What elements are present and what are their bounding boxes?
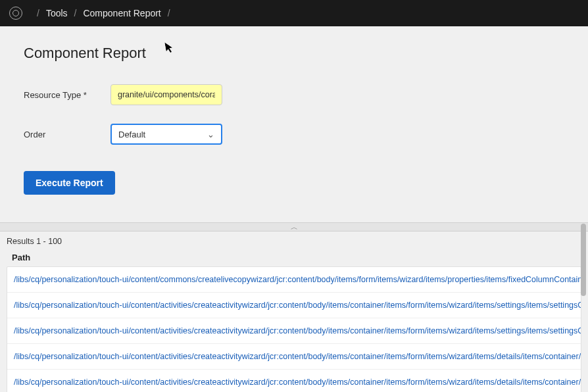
form-panel: Component Report Resource Type * Order D… [0, 26, 588, 208]
table-row[interactable]: /libs/cq/personalization/touch-ui/conten… [7, 318, 581, 344]
resource-type-input[interactable] [110, 84, 222, 105]
order-select-value: Default [118, 130, 145, 139]
top-bar: / Tools / Component Report / [0, 0, 588, 26]
table-row[interactable]: /libs/cq/personalization/touch-ui/conten… [7, 370, 581, 392]
column-header-path[interactable]: Path [7, 250, 581, 266]
page-title: Component Report [24, 45, 564, 62]
results-panel: Results 1 - 100 Path /libs/cq/personaliz… [0, 232, 588, 392]
label-resource-type: Resource Type * [24, 90, 110, 100]
breadcrumb-tools[interactable]: Tools [46, 8, 68, 18]
breadcrumb-separator: / [74, 8, 77, 18]
breadcrumb-separator: / [37, 8, 39, 18]
app-logo-icon[interactable] [9, 7, 22, 20]
results-count: Results 1 - 100 [7, 237, 581, 246]
scrollbar-thumb[interactable] [581, 224, 586, 296]
label-order: Order [24, 130, 110, 139]
scrollbar[interactable] [580, 224, 587, 388]
breadcrumb-component-report[interactable]: Component Report [83, 8, 160, 18]
table-row[interactable]: /libs/cq/personalization/touch-ui/conten… [7, 267, 581, 293]
results-table: /libs/cq/personalization/touch-ui/conten… [7, 266, 581, 392]
table-row[interactable]: /libs/cq/personalization/touch-ui/conten… [7, 293, 581, 318]
row-resource-type: Resource Type * [24, 84, 564, 105]
table-row[interactable]: /libs/cq/personalization/touch-ui/conten… [7, 344, 581, 370]
chevron-up-icon: ︿ [281, 224, 307, 230]
execute-report-button[interactable]: Execute Report [24, 171, 115, 195]
chevron-down-icon: ⌄ [207, 130, 214, 139]
row-order: Order Default ⌄ [24, 124, 564, 145]
order-select[interactable]: Default ⌄ [110, 124, 222, 145]
panel-divider[interactable]: ︿ [0, 222, 588, 232]
breadcrumb-separator: / [168, 8, 170, 18]
